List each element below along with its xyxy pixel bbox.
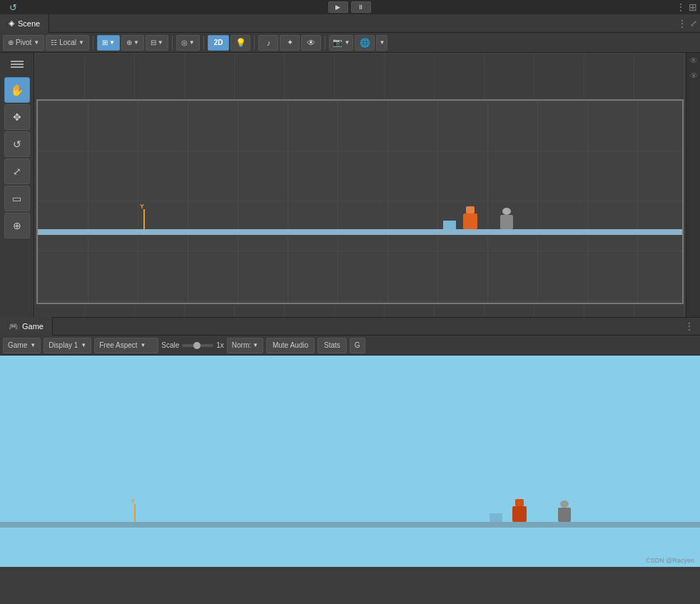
light-button[interactable]: 💡	[230, 35, 250, 51]
game-figure	[558, 500, 571, 522]
display-dropdown[interactable]: Display 1 ▼	[44, 338, 91, 353]
2d-button[interactable]: 2D	[208, 35, 230, 51]
scene-blue-box	[443, 221, 456, 229]
hand-tool-button[interactable]: ✋	[4, 77, 30, 103]
game-person-body	[512, 506, 527, 522]
camera-icon: 📷	[333, 38, 343, 47]
network-arrow-icon[interactable]: ▼	[376, 35, 387, 51]
scene-inner-grid	[38, 101, 682, 303]
left-toolbar: ✋ ✥ ↺ ⤢ ▭ ⊕	[0, 53, 34, 317]
layout-icon[interactable]: ⊞	[689, 1, 697, 13]
pivot-label: Pivot	[16, 39, 31, 46]
game-y-axis-label: Y	[131, 498, 135, 505]
gizmo-arrow-icon: ▼	[189, 39, 195, 46]
app-logo: ↺	[3, 1, 23, 13]
2d-label: 2D	[214, 39, 223, 46]
scene-tab[interactable]: ◈ Scene	[0, 14, 49, 33]
game-mode-arrow-icon: ▼	[30, 342, 36, 348]
game-mode-label: Game	[8, 341, 27, 349]
mute-audio-button[interactable]: Mute Audio	[266, 338, 315, 353]
move-tool-button[interactable]: ✥	[4, 104, 30, 130]
more-options-icon[interactable]: ⋮	[676, 1, 686, 13]
scene-tab-icon: ◈	[9, 19, 14, 28]
game-person-head	[515, 499, 524, 506]
scene-tab-label: Scene	[18, 19, 40, 28]
pivot-button[interactable]: ⊕ Pivot ▼	[3, 35, 44, 51]
transform-tool-button[interactable]: ⊕	[4, 213, 30, 238]
camera-button[interactable]: 📷 ▼	[329, 35, 353, 51]
game-y-axis-line	[134, 504, 136, 522]
rect-tool-button[interactable]: ▭	[4, 186, 30, 211]
aspect-dropdown[interactable]: Free Aspect ▼	[94, 338, 158, 353]
scene-figure	[500, 208, 513, 229]
scene-y-axis-line	[143, 209, 145, 229]
aspect-label: Free Aspect	[99, 341, 137, 349]
play-button[interactable]: ▶	[328, 1, 348, 13]
scale-value: 1x	[216, 341, 224, 349]
network-icon: 🌐	[360, 38, 370, 48]
scale-tool-button[interactable]: ⤢	[4, 158, 30, 184]
audio-button[interactable]: ♪	[258, 35, 278, 51]
gizmo-icon: ◎	[181, 39, 188, 46]
hamburger-menu-icon[interactable]	[4, 56, 30, 73]
game-ground	[0, 522, 700, 528]
game-blue-box	[490, 513, 502, 522]
snap-icon: ⊟	[151, 39, 156, 46]
scene-visibility-icon[interactable]: 👁	[689, 56, 698, 66]
local-icon: ☷	[51, 39, 57, 46]
tb-separator-2	[172, 36, 173, 50]
tb-separator-4	[254, 36, 255, 50]
scale-control: Scale 1x	[161, 341, 224, 349]
camera-arrow-icon: ▼	[344, 39, 350, 46]
main-layout: ✋ ✥ ↺ ⤢ ▭ ⊕ Y	[0, 53, 700, 317]
effects-button[interactable]: ✦	[280, 35, 300, 51]
stats-label: Stats	[324, 341, 340, 349]
scene-tab-more-icon[interactable]: ⋮	[677, 18, 687, 29]
scene-person	[463, 206, 477, 229]
csdn-watermark: CSDN @Racyen	[646, 557, 694, 564]
game-person	[512, 499, 527, 522]
game-tab-bar: 🎮 Game ⋮	[0, 317, 700, 336]
scale-slider[interactable]	[182, 344, 213, 347]
scene-toolbar: ⊕ Pivot ▼ ☷ Local ▼ ⊞ ▼ ⊕ ▼ ⊟ ▼ ◎ ▼ 2D 💡…	[0, 33, 700, 53]
scene-right-panel: 👁 👁	[686, 53, 700, 317]
scene-tab-expand-icon[interactable]: ⤢	[690, 19, 697, 29]
scene-y-axis-label: Y	[140, 203, 144, 210]
stats-button[interactable]: Stats	[318, 338, 347, 353]
tb-separator-3	[203, 36, 204, 50]
scale-thumb	[193, 342, 201, 349]
grid-button[interactable]: ⊞ ▼	[97, 35, 120, 51]
gizmo-button[interactable]: ◎ ▼	[176, 35, 200, 51]
network-button[interactable]: 🌐	[355, 35, 375, 51]
game-toolbar: Game ▼ Display 1 ▼ Free Aspect ▼ Scale 1…	[0, 336, 700, 356]
pause-button[interactable]: ⏸	[351, 1, 371, 13]
top-bar: ↺ ▶ ⏸ ⋮ ⊞	[0, 0, 700, 14]
light-icon: 💡	[235, 38, 246, 48]
grid-icon: ⊞	[102, 39, 108, 46]
game-tab-more-icon[interactable]: ⋮	[684, 321, 694, 332]
norm-arrow-icon: ▼	[253, 342, 258, 348]
snap-button[interactable]: ⊟ ▼	[146, 35, 168, 51]
norm-dropdown[interactable]: Norm: ▼	[227, 338, 263, 353]
audio-icon: ♪	[267, 39, 271, 47]
move-snap-icon: ⊕	[126, 39, 132, 46]
game-tab-label: Game	[22, 322, 44, 331]
local-button[interactable]: ☷ Local ▼	[46, 35, 89, 51]
scene-camera-border: Y	[36, 99, 684, 304]
gizmos-label: G	[355, 341, 360, 349]
scale-text: Scale	[161, 341, 179, 349]
gizmos-button[interactable]: G	[350, 338, 365, 353]
pivot-arrow-icon: ▼	[34, 39, 39, 46]
move-snap-button[interactable]: ⊕ ▼	[121, 35, 144, 51]
scene-ground	[38, 229, 682, 235]
visibility-button[interactable]: 👁	[301, 35, 321, 51]
scene-panel-icon[interactable]: 👁	[689, 70, 698, 80]
game-viewport: Y CSDN @Racyen	[0, 356, 700, 567]
local-arrow-icon: ▼	[78, 39, 84, 46]
effects-icon: ✦	[287, 38, 293, 47]
rotate-tool-button[interactable]: ↺	[4, 131, 30, 157]
game-mode-dropdown[interactable]: Game ▼	[3, 338, 41, 353]
tb-separator-5	[325, 36, 325, 50]
game-tab[interactable]: 🎮 Game	[0, 317, 53, 336]
scene-tab-bar: ◈ Scene ⋮ ⤢	[0, 14, 700, 33]
